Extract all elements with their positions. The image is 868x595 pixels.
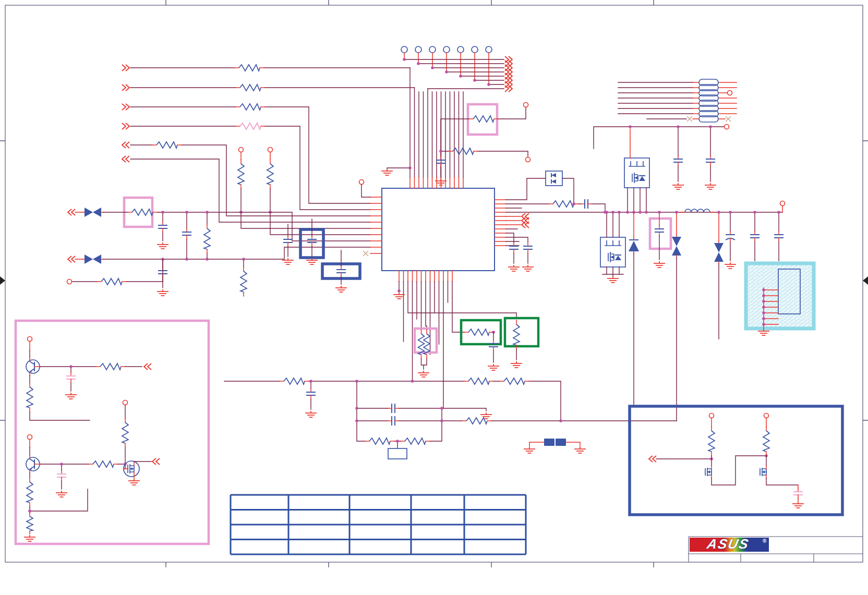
left-diode-rails [67,198,371,296]
test-point-circle [401,46,407,53]
teal-highlight-box [746,263,814,329]
ferrite-bead [544,439,554,446]
transient-diode [714,241,724,264]
schematic-canvas: ASUS ® [0,0,868,595]
blue-highlight-frame [630,406,842,515]
registered-mark: ® [763,538,767,544]
top-test-points [401,46,512,177]
crystal [388,448,407,459]
ic-body [382,188,495,271]
right-network [506,129,785,421]
teal-connector-area [746,263,814,335]
title-block: ASUS ® [689,536,863,562]
mosfet-transistor [760,466,766,478]
bottom-right-circuit [630,406,842,515]
npn-transistor [26,455,40,473]
right-center-marker [863,276,868,285]
main-ic [359,166,507,282]
ic-right-pins [495,200,506,246]
inductor [685,209,710,212]
mosfet-transistor [705,466,712,478]
ic-top-bus [410,68,463,177]
left-input-nets [122,65,415,235]
transient-diode [672,235,681,258]
mosfet-package [600,237,625,267]
pink-highlight-box [468,104,497,135]
schematic-page: ASUS ® [0,0,868,595]
asus-logo-text: ASUS [705,536,751,552]
oscillator-nets [224,378,677,459]
bottom-left-circuit [16,321,209,544]
revision-table [231,495,526,554]
power-diode [629,237,639,253]
polarized-capacitor [726,231,735,241]
resistor-network [594,79,737,189]
pink-highlight-box [650,218,671,249]
pink-resistor [236,123,265,129]
left-center-marker [0,276,5,285]
power-node [239,148,244,152]
sheet-frame [0,0,868,567]
pink-capacitor [66,372,76,383]
pink-highlight-frame [16,321,209,544]
top-middle-nets [435,103,531,186]
pink-capacitor [793,488,803,499]
no-connect-mark [363,251,368,256]
ferrite-bead [556,439,566,446]
mosfet-transistor [124,461,139,477]
mosfet-package [624,158,649,188]
dual-diode-bowtie [82,208,103,217]
ic-left-pins [370,197,382,253]
diode-array [546,171,562,186]
green-highlight-box [505,318,538,346]
pink-capacitor [57,470,66,481]
dual-diode-bowtie [82,254,103,264]
ic-top-pins [410,177,463,188]
ic-bottom-pins [399,271,452,282]
bottom-bus [393,282,538,408]
npn-transistor [26,358,40,375]
resistor [235,65,264,71]
